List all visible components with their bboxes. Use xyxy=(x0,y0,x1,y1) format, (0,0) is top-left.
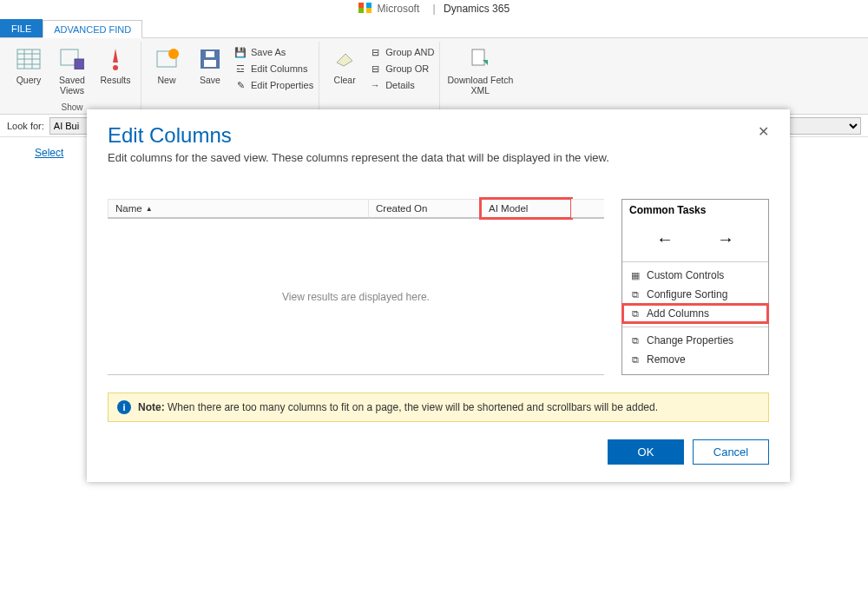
edit-properties-button[interactable]: ✎Edit Properties xyxy=(233,78,313,92)
saved-views-button[interactable]: Saved Views xyxy=(52,42,92,96)
download-fetch-xml-button[interactable]: Download Fetch XML xyxy=(445,42,515,96)
svg-rect-12 xyxy=(204,60,216,67)
info-icon: i xyxy=(117,400,131,414)
clear-button[interactable]: Clear xyxy=(325,42,365,85)
move-right-button[interactable]: → xyxy=(717,229,734,249)
details-button[interactable]: →Details xyxy=(368,78,434,92)
add-columns-icon: ⧉ xyxy=(629,307,641,320)
edit-columns-dialog: Edit Columns ✕ Edit columns for the save… xyxy=(87,109,790,482)
results-button[interactable]: Results xyxy=(95,42,135,85)
close-button[interactable]: ✕ xyxy=(758,123,769,140)
dialog-subtitle: Edit columns for the saved view. These c… xyxy=(108,151,769,164)
table-icon xyxy=(15,45,43,73)
remove-task[interactable]: ⧉Remove xyxy=(622,350,768,369)
sort-asc-icon: ▲ xyxy=(146,205,153,213)
edit-properties-icon: ✎ xyxy=(233,78,247,92)
save-icon xyxy=(196,45,224,73)
ok-button[interactable]: OK xyxy=(608,439,684,465)
saved-views-icon xyxy=(58,45,86,73)
svg-rect-7 xyxy=(75,59,84,69)
column-header-created-on[interactable]: Created On xyxy=(368,199,481,218)
remove-icon: ⧉ xyxy=(629,353,641,366)
column-header-name[interactable]: Name▲ xyxy=(108,199,368,218)
note-bar: i Note: When there are too many columns … xyxy=(108,393,769,422)
edit-columns-button[interactable]: ☲Edit Columns xyxy=(233,62,313,76)
ribbon: Query Saved Views Results Show New Save xyxy=(0,38,868,115)
svg-point-10 xyxy=(168,49,179,59)
custom-controls-icon: ▦ xyxy=(629,269,641,281)
common-tasks-header: Common Tasks xyxy=(622,200,768,221)
svg-point-8 xyxy=(113,65,118,70)
save-as-button[interactable]: 💾Save As xyxy=(233,45,313,59)
details-icon: → xyxy=(368,78,382,92)
eraser-icon xyxy=(331,45,358,73)
tab-advanced-find[interactable]: ADVANCED FIND xyxy=(43,20,142,38)
exclamation-icon xyxy=(102,45,129,73)
download-icon xyxy=(466,45,494,73)
brand-product: Dynamics 365 xyxy=(444,3,510,15)
brand-company: Microsoft xyxy=(378,3,420,15)
group-or-icon: ⊟ xyxy=(368,62,382,76)
new-table-icon xyxy=(153,45,181,73)
sort-icon: ⧉ xyxy=(629,288,641,300)
group-or-button[interactable]: ⊟Group OR xyxy=(368,62,434,76)
column-header-ai-model[interactable]: AI Model xyxy=(481,199,571,218)
columns-header: Name▲ Created On AI Model xyxy=(108,199,604,219)
svg-rect-14 xyxy=(472,49,484,65)
microsoft-logo-icon xyxy=(358,3,372,16)
tab-file[interactable]: FILE xyxy=(0,19,43,37)
svg-rect-13 xyxy=(206,51,214,57)
change-properties-task[interactable]: ⧉Change Properties xyxy=(622,331,768,350)
configure-sorting-task[interactable]: ⧉Configure Sorting xyxy=(622,285,768,304)
columns-area: Name▲ Created On AI Model View results a… xyxy=(108,199,604,375)
select-link[interactable]: Select xyxy=(35,147,63,159)
results-placeholder: View results are displayed here. xyxy=(108,219,604,375)
cancel-button[interactable]: Cancel xyxy=(693,439,769,465)
save-button[interactable]: Save xyxy=(190,42,230,85)
save-as-icon: 💾 xyxy=(233,45,247,59)
dialog-title: Edit Columns xyxy=(108,123,232,148)
query-button[interactable]: Query xyxy=(9,42,49,85)
group-and-icon: ⊟ xyxy=(368,45,382,59)
look-for-label: Look for: xyxy=(7,121,44,131)
group-and-button[interactable]: ⊟Group AND xyxy=(368,45,434,59)
brand-bar: Microsoft | Dynamics 365 xyxy=(0,0,868,19)
add-columns-task[interactable]: ⧉Add Columns xyxy=(622,304,768,323)
edit-columns-icon: ☲ xyxy=(233,62,247,76)
tab-row: FILE ADVANCED FIND xyxy=(0,19,868,38)
new-button[interactable]: New xyxy=(147,42,187,85)
common-tasks-panel: Common Tasks ← → ▦Custom Controls ⧉Confi… xyxy=(621,199,769,375)
properties-icon: ⧉ xyxy=(629,334,641,346)
move-left-button[interactable]: ← xyxy=(656,229,674,249)
custom-controls-task[interactable]: ▦Custom Controls xyxy=(622,266,768,285)
